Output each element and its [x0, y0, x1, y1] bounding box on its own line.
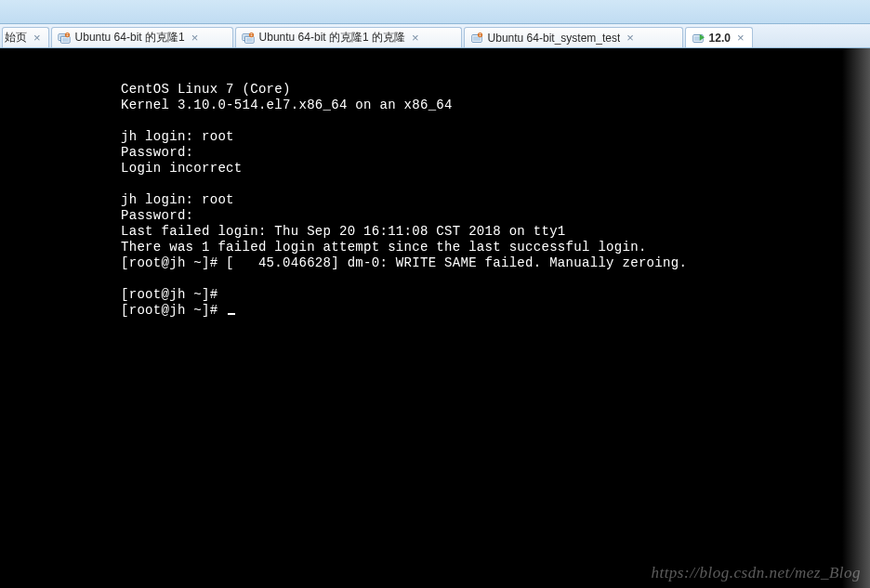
vm-icon	[58, 32, 71, 45]
svg-rect-10	[245, 37, 252, 41]
cursor-icon	[228, 313, 235, 315]
svg-rect-18	[479, 34, 481, 35]
vm-icon	[242, 32, 255, 45]
vm-icon	[470, 32, 483, 45]
tab-strip: 始页 × Ubuntu 64-bit 的克隆1 × Ubuntu 64-bit …	[0, 24, 870, 48]
tab-home[interactable]: 始页 ×	[2, 27, 49, 47]
terminal-line: [root@jh ~]# [ 45.046628] dm-0: WRITE SA…	[121, 255, 687, 270]
tab-label: Ubuntu 64-bit_system_test	[488, 32, 621, 45]
svg-rect-3	[61, 37, 68, 41]
svg-rect-13	[250, 34, 252, 35]
terminal-line: Kernel 3.10.0-514.el7.x86_64 on an x86_6…	[121, 98, 453, 112]
tab-label: 始页	[5, 30, 27, 46]
tab-vm-clone1-clone[interactable]: Ubuntu 64-bit 的克隆1 的克隆 ×	[235, 27, 462, 47]
svg-rect-12	[250, 33, 252, 34]
svg-rect-6	[66, 34, 68, 35]
svg-point-11	[248, 32, 253, 36]
tab-vm-system-test[interactable]: Ubuntu 64-bit_system_test ×	[464, 27, 683, 47]
watermark-text: https://blog.csdn.net/mez_Blog	[651, 564, 861, 582]
tab-label: Ubuntu 64-bit 的克隆1 的克隆	[259, 30, 405, 46]
terminal-line: jh login: root	[121, 192, 234, 207]
terminal-line: Password:	[121, 208, 193, 223]
tab-label: 12.0	[709, 32, 731, 45]
tab-vm-12-0[interactable]: 12.0 ×	[685, 27, 753, 47]
tab-vm-clone1[interactable]: Ubuntu 64-bit 的克隆1 ×	[51, 27, 233, 47]
terminal-line: jh login: root	[121, 129, 234, 144]
svg-rect-17	[479, 33, 481, 34]
terminal-line: Password:	[121, 145, 193, 160]
terminal-output[interactable]: CentOS Linux 7 (Core) Kernel 3.10.0-514.…	[0, 48, 870, 319]
terminal-prompt: [root@jh ~]#	[121, 303, 226, 318]
close-icon[interactable]: ×	[735, 32, 746, 44]
terminal-line: There was 1 failed login attempt since t…	[121, 240, 647, 255]
close-icon[interactable]: ×	[410, 32, 421, 44]
svg-point-4	[64, 32, 69, 36]
top-toolbar	[0, 0, 870, 24]
terminal-line: Login incorrect	[121, 161, 243, 176]
terminal-line: CentOS Linux 7 (Core)	[121, 82, 291, 97]
svg-rect-5	[66, 33, 68, 34]
terminal-line: [root@jh ~]#	[121, 287, 218, 302]
tab-label: Ubuntu 64-bit 的克隆1	[75, 30, 185, 46]
close-icon[interactable]: ×	[190, 32, 201, 44]
close-icon[interactable]: ×	[32, 32, 43, 44]
terminal-line: Last failed login: Thu Sep 20 16:11:08 C…	[121, 224, 566, 239]
vm-running-icon	[692, 32, 705, 45]
svg-point-16	[477, 32, 481, 36]
close-icon[interactable]: ×	[625, 32, 636, 44]
